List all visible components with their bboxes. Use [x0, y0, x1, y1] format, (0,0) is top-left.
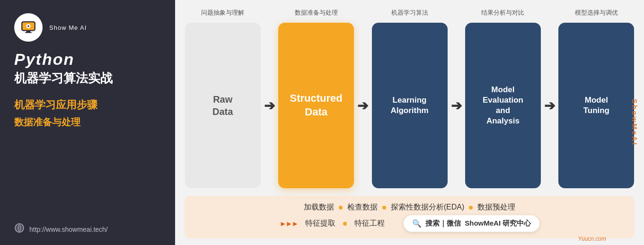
logo-svg: [20, 19, 37, 36]
logo-area: Show Me AI: [14, 13, 87, 42]
flow-step-2: 数据准备与处理 StructuredData: [278, 9, 354, 188]
arrow-3: ➔: [448, 9, 465, 188]
title-python: Python: [14, 50, 74, 69]
info-item-3: 探索性数据分析(EDA): [391, 202, 465, 212]
arrow-icon-3: ➔: [451, 98, 462, 114]
arrow-4: ➔: [541, 9, 558, 188]
step-label-2: 数据准备与处理: [295, 9, 338, 18]
arrow-icon-2: ➔: [357, 98, 368, 114]
step-box-1: RawData: [185, 23, 261, 188]
info-item-1: 加载数据: [304, 202, 334, 212]
info-feature-2: 特征工程: [354, 219, 385, 228]
main-content: ShowMeAI 问题抽象与理解 RawData ➔ 数据准备与处理 Struc…: [175, 0, 644, 245]
info-row-1: 加载数据 检查数据 探索性数据分析(EDA) 数据预处理: [304, 202, 516, 212]
search-icon: 🔍: [412, 219, 422, 228]
svg-rect-4: [26, 31, 31, 32]
svg-point-3: [27, 26, 29, 27]
svg-rect-5: [25, 32, 32, 33]
info-feature-1: 特征提取: [305, 219, 335, 228]
flow-step-1: 问题抽象与理解 RawData: [185, 9, 261, 188]
arrow-icon-1: ➔: [264, 98, 275, 114]
flow-step-3: 机器学习算法 LearningAlgorithm: [371, 9, 448, 188]
step-label-3: 机器学习算法: [391, 9, 428, 18]
dot-1: [339, 206, 343, 210]
info-item-4: 数据预处理: [477, 202, 515, 212]
step-box-2: StructuredData: [278, 23, 354, 188]
flow-step-4: 结果分析与对比 ModelEvaluationandAnalysis: [465, 9, 541, 188]
section-title: 机器学习应用步骤: [14, 98, 97, 112]
arrow-2: ➔: [354, 9, 371, 188]
info-row-2: ►►► 特征提取 特征工程: [280, 219, 385, 228]
step-label-5: 模型选择与调优: [575, 9, 618, 18]
step-label-1: 问题抽象与理解: [201, 9, 244, 18]
step-box-5: ModelTuning: [558, 23, 634, 188]
arrow-1: ➔: [261, 9, 278, 188]
dot-3: [469, 206, 473, 210]
dot-2: [382, 206, 386, 210]
step-box-3: LearningAlgorithm: [372, 23, 448, 188]
step-box-4: ModelEvaluationandAnalysis: [465, 23, 541, 188]
logo-text: Show Me AI: [49, 24, 87, 31]
section-subtitle: 数据准备与处理: [14, 116, 80, 129]
website-url: http://www.showmeai.tech/: [29, 226, 108, 233]
triangle-icons: ►►►: [280, 219, 298, 228]
step-label-4: 结果分析与对比: [481, 9, 524, 18]
search-label: 搜索｜微信: [425, 219, 461, 228]
sidebar: Show Me AI Python 机器学习算法实战 机器学习应用步骤 数据准备…: [0, 0, 175, 245]
dot-4: [343, 222, 347, 226]
info-item-2: 检查数据: [347, 202, 378, 212]
flow-diagram: 问题抽象与理解 RawData ➔ 数据准备与处理 StructuredData…: [185, 9, 635, 188]
website-icon: [14, 223, 25, 236]
yuucn-watermark: Yuucn.com: [578, 236, 606, 242]
website-area[interactable]: http://www.showmeai.tech/: [14, 223, 108, 236]
title-main: 机器学习算法实战: [14, 70, 113, 87]
search-box[interactable]: 🔍 搜索｜微信 ShowMeAI 研究中心: [404, 215, 539, 232]
flow-step-5: 模型选择与调优 ModelTuning: [558, 9, 635, 188]
info-row-2-container: ►►► 特征提取 特征工程 🔍 搜索｜微信 ShowMeAI 研究中心: [280, 215, 540, 232]
search-brand: ShowMeAI 研究中心: [465, 219, 531, 228]
info-box: 加载数据 检查数据 探索性数据分析(EDA) 数据预处理 ►►► 特征提取 特征…: [185, 196, 635, 238]
arrow-icon-4: ➔: [544, 98, 555, 114]
logo-icon: [14, 13, 43, 42]
